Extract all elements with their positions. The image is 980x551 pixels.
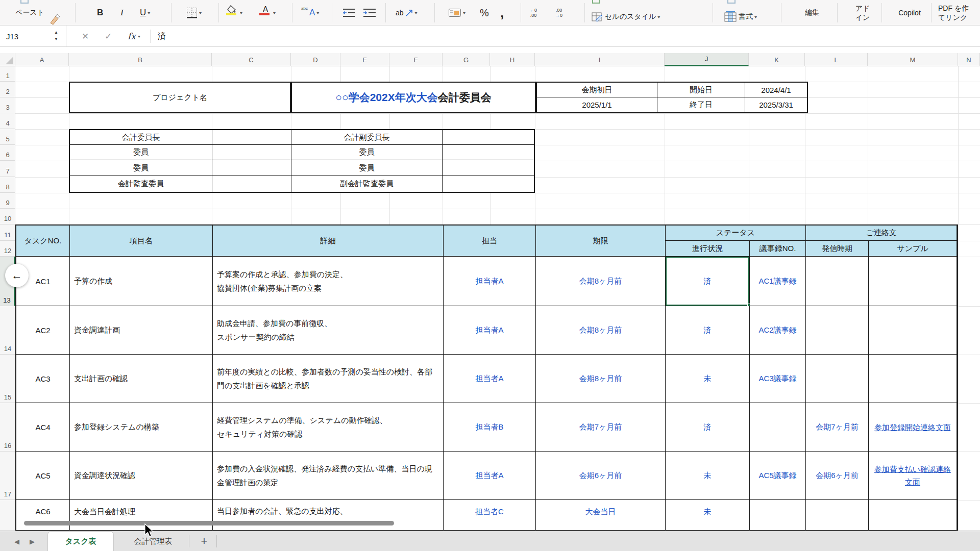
committee-value-cell[interactable] [443,160,534,176]
header-status-group[interactable]: ステータス [666,226,806,241]
row-header-10[interactable]: 10 [0,209,15,224]
cell-sample[interactable] [869,306,957,355]
sheet-tab-task[interactable]: タスク表 [47,531,114,551]
name-box-stepper[interactable]: ▲▼ [54,29,58,42]
row-header-16[interactable]: 16 [0,403,15,452]
header-minutes[interactable]: 議事録NO. [750,241,806,257]
row-header-11[interactable]: 11 [0,224,15,241]
cell-sample[interactable] [869,257,957,306]
cell-task-no[interactable]: AC6 [16,500,70,531]
cancel-entry-button[interactable]: ✕ [82,26,89,47]
cell-minutes[interactable]: AC1議事録 [750,257,806,306]
committee-value-cell[interactable] [443,176,534,192]
column-header-g[interactable]: G [443,53,490,66]
decrease-decimal-button[interactable]: .00→0 [555,0,562,26]
cell-task-no[interactable]: AC5 [16,452,70,500]
edit-button[interactable]: 編集 [794,0,830,26]
copilot-button[interactable]: Copilot [889,0,930,26]
cell-deadline[interactable]: 会期6ヶ月前 [536,452,666,500]
paste-button[interactable]: ペースト [15,0,44,26]
decrease-indent-button[interactable] [342,0,356,26]
percent-button[interactable]: % [480,0,489,26]
underline-button[interactable]: U▾ [140,0,150,26]
committee-value-cell[interactable] [212,145,291,160]
cell-progress[interactable]: 未 [666,500,750,531]
committee-value-cell[interactable] [212,130,291,145]
row-header-14[interactable]: 14 [0,306,15,355]
column-header-a[interactable]: A [15,53,69,66]
cell-send[interactable] [806,355,869,403]
tab-scroll-right-button[interactable]: ▶ [30,531,35,551]
committee-label-cell[interactable]: 委員 [70,160,212,176]
orientation-button[interactable]: ab ▾ [396,0,418,26]
cell-minutes[interactable]: AC5議事録 [750,452,806,500]
project-name-label-cell[interactable]: プロジェクト名 [69,82,291,113]
header-contact-group[interactable]: ご連絡文 [806,226,957,241]
number-format-button[interactable]: ▾ [448,0,465,26]
insert-function-button[interactable]: fx▾ [128,26,140,47]
committee-label-cell[interactable]: 副会計監査委員 [291,176,443,192]
committee-value-cell[interactable] [443,145,534,160]
confirm-entry-button[interactable]: ✓ [105,26,112,47]
back-button[interactable]: ← [5,264,29,287]
column-header-m[interactable]: M [868,53,958,66]
committee-value-cell[interactable] [212,160,291,176]
column-header-f[interactable]: F [389,53,443,66]
committee-label-cell[interactable]: 会計副委員長 [291,130,443,145]
cell-detail[interactable]: 前年度の実績との比較、参加者数の予測の妥当性の検討、各部門の支出計画を確認と承認 [213,355,444,403]
header-sample[interactable]: サンプル [869,241,957,257]
column-header-d[interactable]: D [291,53,340,66]
header-detail[interactable]: 詳細 [213,226,444,257]
selected-cell-j13[interactable]: 済 [666,257,750,306]
end-date-value-cell[interactable]: 2025/3/31 [745,97,807,112]
horizontal-scrollbar[interactable] [24,521,394,525]
row-header-6[interactable]: 6 [0,145,15,161]
cell-minutes[interactable] [750,500,806,531]
cell-send[interactable] [806,306,869,355]
cell-task-no[interactable]: AC2 [16,306,70,355]
row-header-9[interactable]: 9 [0,193,15,209]
cell-deadline[interactable]: 会期7ヶ月前 [536,403,666,452]
cell-progress[interactable]: 済 [666,403,750,452]
cell-send[interactable]: 会期6ヶ月前 [806,452,869,500]
column-header-e[interactable]: E [340,53,389,66]
cell-send[interactable] [806,500,869,531]
increase-indent-button[interactable] [362,0,377,26]
column-header-c[interactable]: C [212,53,291,66]
start-date-value-cell[interactable]: 2024/4/1 [745,83,807,97]
row-header-5[interactable]: 5 [0,129,15,145]
committee-value-cell[interactable] [212,176,291,192]
cell-minutes[interactable]: AC3議事録 [750,355,806,403]
cell-item[interactable]: 資金調達計画 [70,306,213,355]
cell-item[interactable]: 予算の作成 [70,257,213,306]
row-header-15[interactable]: 15 [0,355,15,403]
italic-button[interactable]: I [120,0,124,26]
cell-sample[interactable] [869,500,957,531]
borders-button[interactable]: ▾ [186,0,202,26]
cell-detail[interactable]: 当日参加者の会計、緊急の支出対応、 [213,500,444,531]
first-day-label-cell[interactable]: 会期初日 [537,83,657,97]
row-header-4[interactable]: 4 [0,113,15,129]
start-date-label-cell[interactable]: 開始日 [657,83,745,97]
addins-button[interactable]: アド イン [845,0,880,26]
header-progress[interactable]: 進行状況 [666,241,750,257]
cell-task-no[interactable]: AC4 [16,403,70,452]
cell-owner[interactable]: 担当者A [444,452,536,500]
committee-value-cell[interactable] [443,130,534,145]
select-all-button[interactable] [0,53,15,66]
cell-owner[interactable]: 担当者A [444,257,536,306]
cell-deadline[interactable]: 会期8ヶ月前 [536,355,666,403]
cell-deadline[interactable]: 大会当日 [536,500,666,531]
end-date-label-cell[interactable]: 終了日 [657,97,745,112]
header-item[interactable]: 項目名 [70,226,213,257]
column-header-k[interactable]: K [749,53,805,66]
committee-label-cell[interactable]: 委員 [291,160,443,176]
cell-detail[interactable]: 予算案の作成と承認、参加費の決定、 協賛団体(企業)募集計画の立案 [213,257,444,306]
committee-label-cell[interactable]: 委員 [70,145,212,160]
clear-format-button[interactable]: abc A ▾ [301,0,319,26]
cell-task-no[interactable]: AC3 [16,355,70,403]
increase-decimal-button[interactable]: ←0.00 [530,0,537,26]
formula-input[interactable]: 済 [158,26,166,47]
row-header-3[interactable]: 3 [0,97,15,113]
bold-button[interactable]: B [97,0,103,26]
